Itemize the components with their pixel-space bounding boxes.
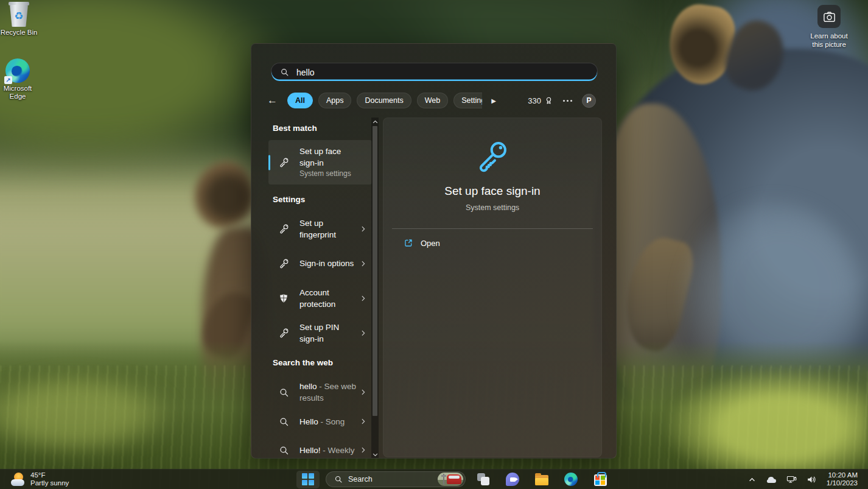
desktop-icon-label: Recycle Bin <box>1 29 38 37</box>
weather-temp: 45°F <box>30 471 69 480</box>
task-view-icon <box>477 473 489 485</box>
weather-condition: Partly sunny <box>30 479 69 488</box>
desktop-icon-recycle-bin[interactable]: ♻ Recycle Bin <box>0 5 41 37</box>
preview-subtitle: System settings <box>466 203 519 212</box>
file-explorer-icon <box>535 475 548 485</box>
result-best-match[interactable]: Set up face sign-in System settings <box>268 140 372 185</box>
result-title: Set up fingerprint <box>299 217 358 241</box>
result-subtitle: System settings <box>299 169 358 179</box>
scroll-up-icon[interactable] <box>373 118 378 126</box>
rhino-head <box>600 104 721 408</box>
network-icon[interactable] <box>783 470 800 489</box>
results-scrollbar[interactable] <box>371 118 379 459</box>
learn-about-picture-label: Learn about this picture <box>810 32 847 49</box>
rewards-badge[interactable]: 330 <box>528 96 553 105</box>
search-icon <box>280 68 289 77</box>
store-button[interactable] <box>589 471 612 488</box>
open-external-icon <box>404 238 413 248</box>
microsoft-store-icon <box>594 474 607 486</box>
desktop-icon-label: Microsoft Edge <box>0 85 39 100</box>
web-term: Hello <box>299 417 318 426</box>
taskbar-search-label: Search <box>348 475 373 484</box>
chevron-right-icon <box>359 259 367 267</box>
search-icon <box>334 475 343 484</box>
search-highlight-image[interactable] <box>438 473 463 486</box>
result-set-up-fingerprint[interactable]: Set up fingerprint <box>268 211 372 246</box>
search-icon <box>276 417 292 427</box>
search-header-right: 330 P <box>528 92 596 109</box>
search-icon <box>276 387 292 398</box>
shortcut-arrow-icon: ↗ <box>4 76 12 84</box>
section-header-best-match: Best match <box>273 124 372 133</box>
back-arrow-icon[interactable]: ← <box>267 94 278 107</box>
desktop-icon-microsoft-edge[interactable]: ↗ Microsoft Edge <box>0 58 40 100</box>
rhino-ear-lit <box>664 1 738 88</box>
open-action[interactable]: Open <box>400 236 444 250</box>
chat-button[interactable] <box>501 471 524 488</box>
taskbar: 45°F Partly sunny Search <box>0 469 868 489</box>
taskbar-search-box[interactable]: Search <box>326 471 466 487</box>
filter-tab-web[interactable]: Web <box>417 93 448 108</box>
preview-panel: Set up face sign-in System settings Open <box>383 118 602 457</box>
shield-icon <box>276 293 292 304</box>
result-account-protection[interactable]: Account protection <box>268 281 372 315</box>
filter-tab-all[interactable]: All <box>287 93 313 108</box>
scroll-down-icon[interactable] <box>371 451 379 459</box>
start-button[interactable] <box>296 471 320 488</box>
search-input[interactable] <box>296 68 589 77</box>
results-list: Best match Set up face sign-in System se… <box>268 118 372 459</box>
result-sign-in-options[interactable]: Sign-in options <box>268 246 372 281</box>
chevron-right-icon <box>359 329 367 337</box>
open-label: Open <box>421 239 440 248</box>
key-icon <box>276 223 292 234</box>
result-title: Account protection <box>299 287 358 310</box>
filter-tab-settings[interactable]: Settings <box>453 93 482 108</box>
chat-icon <box>506 473 519 486</box>
user-avatar[interactable]: P <box>582 94 596 108</box>
search-icon <box>276 445 292 456</box>
more-filters-icon[interactable]: ▶ <box>491 97 496 104</box>
web-term: Hello! <box>299 446 321 455</box>
filter-tab-documents[interactable]: Documents <box>357 93 411 108</box>
edge-button[interactable] <box>559 471 583 488</box>
filter-tab-apps[interactable]: Apps <box>318 93 352 108</box>
result-set-up-pin[interactable]: Set up PIN sign-in <box>268 315 372 350</box>
onedrive-icon[interactable] <box>762 470 780 489</box>
clock-time: 10:20 AM <box>827 471 858 480</box>
edge-icon: ↗ <box>5 58 30 83</box>
rhino-horn <box>615 232 699 355</box>
section-header-search-the-web: Search the web <box>273 358 372 367</box>
volume-icon[interactable] <box>803 470 820 489</box>
chevron-right-icon <box>359 294 367 302</box>
result-web-hello-song[interactable]: Hello - Song <box>268 410 372 433</box>
key-icon <box>474 137 511 175</box>
clock[interactable]: 10:20 AM 1/10/2023 <box>824 470 861 489</box>
rewards-points: 330 <box>528 96 541 105</box>
rhino-ear-dark <box>718 14 792 97</box>
hidden-icons-chevron[interactable] <box>746 470 758 489</box>
web-suffix: - Song <box>321 417 345 426</box>
task-view-button[interactable] <box>472 471 495 488</box>
clock-date: 1/10/2023 <box>827 479 858 488</box>
desktop-screen: ♻ Recycle Bin ↗ Microsoft Edge Learn abo… <box>0 0 868 489</box>
rhino-body <box>593 49 868 475</box>
scrollbar-thumb[interactable] <box>373 126 377 416</box>
rewards-medal-icon <box>544 96 553 105</box>
weather-widget[interactable]: 45°F Partly sunny <box>7 470 72 489</box>
chevron-right-icon <box>359 225 367 233</box>
web-suffix: - Weekly <box>323 446 354 455</box>
search-flyout: ← All Apps Documents Web Settings ▶ 330 … <box>251 43 617 459</box>
camera-icon <box>817 5 841 28</box>
section-header-settings: Settings <box>273 195 372 204</box>
learn-about-picture-widget[interactable]: Learn about this picture <box>805 5 853 49</box>
result-web-hello[interactable]: hello - See web results <box>268 375 372 410</box>
chevron-right-icon <box>359 389 367 396</box>
key-icon <box>276 327 292 339</box>
more-options-icon[interactable] <box>562 100 573 102</box>
search-box[interactable] <box>271 63 598 81</box>
result-title: Sign-in options <box>299 258 358 269</box>
web-term: hello <box>299 382 317 391</box>
file-explorer-button[interactable] <box>530 471 553 488</box>
result-web-hello-weekly[interactable]: Hello! - Weekly <box>268 433 372 459</box>
key-icon <box>276 157 292 168</box>
